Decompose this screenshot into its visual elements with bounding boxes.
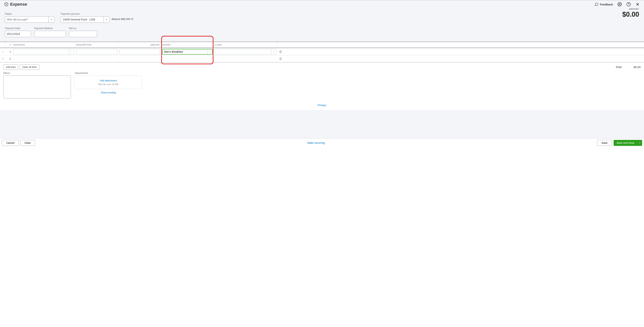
save-and-close-button[interactable]: Save and close [614, 140, 642, 146]
feedback-label: Feedback [600, 3, 613, 6]
close-icon[interactable] [636, 2, 640, 7]
col-header-num: # [6, 42, 12, 48]
svg-point-11 [2, 51, 2, 52]
table-row: 2 [0, 55, 644, 62]
attachment-dropzone[interactable]: Add attachment Max file size: 20 MB [74, 76, 142, 89]
payment-account-label: Payment account [61, 12, 110, 15]
save-button[interactable]: Save [597, 140, 612, 146]
svg-point-19 [2, 60, 2, 60]
privacy-link[interactable]: Privacy [318, 104, 326, 107]
description-input[interactable] [76, 49, 117, 55]
donor-input[interactable] [163, 49, 207, 54]
svg-point-16 [3, 58, 4, 58]
memo-label: Memo [3, 72, 71, 75]
svg-point-10 [3, 51, 4, 51]
chevron-down-icon[interactable] [69, 49, 74, 54]
svg-point-9 [2, 51, 2, 51]
chevron-down-icon[interactable] [271, 49, 276, 54]
payment-date-input[interactable] [5, 31, 31, 37]
title-bar: Expense Feedback [0, 0, 644, 7]
amount-label: AMOUNT [622, 8, 639, 10]
make-recurring-link[interactable]: Make recurring [308, 141, 325, 144]
clear-button[interactable]: Clear [20, 140, 35, 146]
page-title: Expense [10, 2, 27, 7]
svg-point-20 [3, 60, 4, 60]
svg-point-14 [3, 52, 4, 53]
payment-method-select[interactable] [34, 31, 66, 37]
show-existing-link[interactable]: Show existing [101, 91, 116, 94]
category-select[interactable] [13, 49, 74, 55]
col-header-amount: AMOUNT [118, 42, 161, 48]
attachment-hint: Max file size: 20 MB [98, 83, 118, 86]
cancel-button[interactable]: Cancel [2, 140, 19, 146]
payee-input[interactable] [5, 17, 48, 23]
payment-method-label: Payment Method [34, 27, 66, 30]
col-header-category: CATEGORY [12, 42, 75, 48]
amount-value: $0.00 [622, 11, 639, 18]
trash-icon[interactable] [278, 55, 284, 62]
svg-point-12 [3, 51, 4, 52]
gear-icon[interactable] [618, 2, 622, 7]
total-display: Total $0.00 [616, 66, 641, 69]
col-header-class: CLASS [214, 42, 278, 48]
table-row: 1 [0, 48, 644, 55]
chevron-down-icon[interactable] [104, 17, 109, 23]
line-items-table: # CATEGORY DESCRIPTION AMOUNT DONOR CLAS… [0, 42, 644, 63]
history-icon[interactable] [4, 2, 8, 7]
payee-select[interactable] [5, 16, 54, 23]
empty-area [0, 110, 644, 138]
svg-point-0 [619, 4, 620, 5]
refno-input[interactable] [69, 31, 97, 37]
memo-textarea[interactable] [3, 76, 71, 98]
svg-point-17 [2, 59, 2, 59]
add-lines-button[interactable]: Add lines [3, 64, 18, 70]
chevron-down-icon[interactable] [207, 49, 212, 54]
grip-icon[interactable] [0, 55, 6, 62]
row-num: 1 [6, 48, 12, 55]
trash-icon[interactable] [278, 48, 284, 55]
payment-account-select[interactable] [61, 16, 110, 23]
expense-form-header: AMOUNT $0.00 Payee Payment account [0, 7, 644, 42]
class-select[interactable] [215, 49, 276, 55]
balance-display: Balance$68,309.72 [112, 18, 133, 21]
svg-point-18 [3, 59, 4, 59]
help-icon[interactable] [626, 2, 631, 7]
attachments-label: Attachments [74, 72, 142, 75]
add-attachment-link[interactable]: Add attachment [100, 79, 117, 82]
payee-label: Payee [5, 12, 54, 15]
chevron-down-icon[interactable] [48, 17, 54, 23]
col-header-donor: DONOR [161, 42, 214, 48]
svg-point-13 [2, 52, 2, 53]
svg-point-15 [2, 58, 2, 58]
amount-input[interactable] [120, 49, 160, 55]
payment-account-input[interactable] [61, 17, 104, 23]
refno-label: Ref no. [69, 27, 97, 30]
col-header-description: DESCRIPTION [75, 42, 118, 48]
row-num: 2 [6, 55, 12, 62]
footer-bar: Cancel Clear Make recurring Save Save an… [0, 138, 644, 147]
grip-icon[interactable] [0, 48, 6, 55]
feedback-button[interactable]: Feedback [595, 3, 613, 6]
clear-all-lines-button[interactable]: Clear all lines [20, 64, 39, 70]
chevron-down-icon[interactable] [637, 140, 642, 146]
payment-date-label: Payment Date [5, 27, 31, 30]
donor-select[interactable] [162, 49, 212, 55]
